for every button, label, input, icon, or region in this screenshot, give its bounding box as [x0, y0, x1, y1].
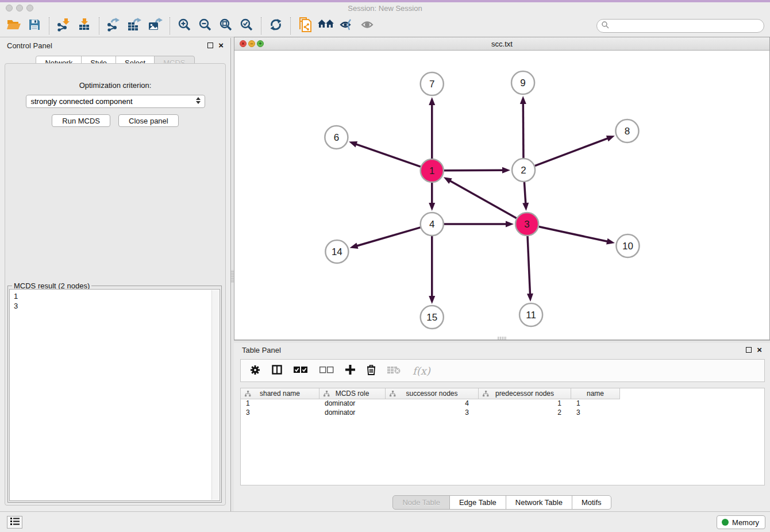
table-cell[interactable]: 1	[571, 399, 620, 408]
import-network-button[interactable]	[53, 16, 74, 36]
canvas-resize-grip[interactable]	[498, 337, 507, 340]
status-bar: Memory	[0, 511, 770, 532]
graph-edge-1-6[interactable]	[355, 144, 420, 167]
show-all-button[interactable]	[357, 16, 378, 36]
close-panel-icon[interactable]: ×	[218, 43, 224, 48]
tree-icon	[324, 391, 330, 399]
fx-icon: f(x)	[413, 365, 430, 377]
select-all-button[interactable]	[294, 362, 308, 379]
function-builder-button[interactable]: f(x)	[413, 362, 430, 379]
control-panel-title: Control Panel	[7, 41, 52, 50]
table-panel-header: Table Panel ×	[234, 343, 770, 357]
table-settings-button[interactable]	[250, 362, 260, 379]
close-panel-button[interactable]: Close panel	[118, 114, 179, 127]
show-column-button[interactable]	[272, 362, 282, 379]
zoom-in-button[interactable]	[174, 16, 195, 36]
open-session-button[interactable]	[3, 16, 24, 36]
first-neighbors-button[interactable]	[315, 16, 336, 36]
result-scrollbar[interactable]	[211, 290, 219, 500]
select-all-icon	[294, 367, 308, 375]
node-table: shared name MCDS role successor nodes pr…	[240, 388, 765, 485]
table-cell[interactable]: 3	[241, 408, 319, 418]
edge-arrowhead	[527, 294, 533, 302]
table-row[interactable]: 1dominator411	[241, 399, 764, 408]
edge-arrowhead	[429, 97, 435, 105]
column-header-successor-nodes[interactable]: successor nodes	[386, 388, 479, 399]
export-network-icon	[107, 18, 121, 33]
table-cell[interactable]: 3	[386, 408, 479, 418]
table-header-row: shared name MCDS role successor nodes pr…	[241, 388, 764, 399]
toolbar-separator	[261, 17, 261, 34]
search-field[interactable]	[596, 19, 764, 33]
network-window-titlebar: × − + scc.txt	[234, 37, 769, 51]
delete-table-icon	[387, 365, 401, 376]
import-table-button[interactable]	[74, 16, 95, 36]
import-table-icon	[78, 18, 91, 33]
column-header-name[interactable]: name	[571, 388, 620, 399]
toolbar-separator	[170, 17, 170, 34]
hide-selected-button[interactable]	[336, 16, 357, 36]
delete-column-button[interactable]	[367, 362, 376, 379]
graph-edge-3-10[interactable]	[539, 226, 609, 241]
criterion-select[interactable]: strongly connected component	[26, 95, 205, 108]
column-header-predecessor-nodes[interactable]: predecessor nodes	[479, 388, 571, 399]
table-cell[interactable]: 2	[479, 408, 571, 418]
node-label: 1	[429, 165, 434, 176]
network-canvas[interactable]: 7968124314101511	[234, 51, 769, 340]
deselect-all-button[interactable]	[319, 362, 334, 379]
apply-layout-button[interactable]	[265, 16, 286, 36]
trash-icon	[367, 364, 376, 377]
toolbar-separator	[99, 17, 99, 34]
search-input[interactable]	[611, 20, 764, 32]
node-label: 8	[625, 126, 630, 137]
memory-button[interactable]: Memory	[717, 515, 765, 529]
float-panel-icon[interactable]	[207, 43, 213, 48]
add-column-button[interactable]	[345, 362, 355, 379]
close-table-panel-icon[interactable]: ×	[757, 347, 762, 353]
table-cell[interactable]: 1	[241, 399, 319, 408]
task-history-button[interactable]	[7, 516, 22, 529]
zoom-fit-button[interactable]	[215, 16, 236, 36]
export-image-button[interactable]	[145, 16, 165, 36]
graph-edge-2-9[interactable]	[523, 103, 523, 158]
zoom-out-button[interactable]	[195, 16, 215, 36]
graph-edge-3-11[interactable]	[528, 236, 530, 295]
tab-motifs[interactable]: Motifs	[572, 495, 611, 510]
table-cell[interactable]: 1	[479, 399, 571, 408]
graph-edge-3-1[interactable]	[449, 180, 516, 218]
node-label: 3	[524, 219, 529, 230]
graph-edge-1-2[interactable]	[444, 170, 503, 171]
memory-label: Memory	[732, 518, 759, 527]
graph-edge-2-8[interactable]	[535, 138, 609, 165]
mcds-result-group: MCDS result (2 nodes) 13	[7, 286, 222, 503]
table-cell[interactable]: dominator	[319, 408, 386, 418]
table-cell[interactable]: 4	[386, 399, 479, 408]
run-mcds-button[interactable]: Run MCDS	[52, 114, 110, 127]
table-cell[interactable]: dominator	[319, 399, 386, 408]
control-panel: Control Panel × Network Style Select MCD…	[0, 38, 230, 511]
save-session-button[interactable]	[24, 16, 45, 36]
hide-eye-icon	[339, 18, 354, 33]
delete-table-button[interactable]	[387, 362, 401, 379]
toolbar-separator	[49, 17, 49, 34]
graph-edge-4-14[interactable]	[356, 228, 420, 246]
tab-network-table[interactable]: Network Table	[506, 495, 572, 510]
column-header-shared-name[interactable]: shared name	[241, 388, 319, 399]
tab-edge-table[interactable]: Edge Table	[449, 495, 506, 510]
export-network-button[interactable]	[103, 16, 124, 36]
float-table-panel-icon[interactable]	[746, 347, 752, 353]
column-header-mcds-role[interactable]: MCDS role	[319, 388, 386, 399]
mcds-result-textarea[interactable]: 13	[9, 289, 220, 501]
window-titlebar: Session: New Session	[0, 2, 770, 14]
graph-edge-2-3[interactable]	[524, 182, 525, 204]
table-row[interactable]: 3dominator323	[241, 408, 764, 418]
edge-arrowhead	[606, 238, 615, 245]
tab-node-table[interactable]: Node Table	[392, 495, 450, 510]
table-cell[interactable]: 3	[571, 408, 620, 418]
table-body: 1dominator4113dominator323	[241, 399, 764, 418]
new-network-from-selection-button[interactable]	[295, 16, 315, 36]
export-table-button[interactable]	[124, 16, 145, 36]
network-graph[interactable]: 7968124314101511	[234, 51, 769, 340]
gear-icon	[250, 365, 260, 377]
zoom-selected-button[interactable]	[236, 16, 257, 36]
